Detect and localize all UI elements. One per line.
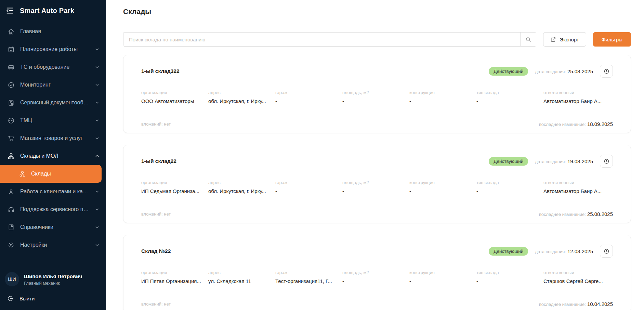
sidebar-subitem-warehouses[interactable]: Склады [0, 165, 102, 183]
created-date: дата создания:12.03.2025 [535, 248, 593, 254]
search-box [123, 32, 536, 47]
sidebar-item-label: Сервисный документообор... [20, 100, 89, 106]
chevron-up-icon [94, 153, 100, 159]
app-title: Smart Auto Park [20, 7, 74, 15]
sidebar-item-references[interactable]: Справочники [0, 218, 106, 236]
chevron-down-icon [94, 100, 100, 105]
headphones-icon [8, 206, 15, 213]
field-organization: организацияООО Автоматизаторы [141, 90, 208, 104]
chevron-down-icon [94, 224, 100, 230]
logout-button[interactable]: Выйти [0, 292, 106, 305]
field-type: тип склада- [476, 270, 543, 284]
export-label: Экспорт [560, 37, 579, 42]
field-organization: организацияИП Пятая Организация... [141, 270, 208, 284]
status-badge: Действующий [489, 67, 528, 76]
attachments-info: вложений: нет [141, 211, 171, 217]
clock-icon [604, 158, 609, 164]
home-icon [8, 28, 15, 35]
sidebar-item-label: Планирование работы [20, 46, 78, 52]
app-root: Smart Auto Park Главная Планирование раб… [0, 0, 644, 310]
menu-fold-icon[interactable] [5, 5, 15, 16]
warehouse-card-body[interactable]: 1-ый склад22 Действующий дата создания:1… [123, 145, 631, 205]
sidebar-item-settings[interactable]: Настройки [0, 236, 106, 254]
field-area: площадь, м2- [342, 180, 409, 194]
sidebar-item-label: Работа с клиентами и качес... [20, 189, 89, 195]
sidebar-item-service-docs[interactable]: Сервисный документообор... [0, 94, 106, 112]
created-date: дата создания:19.08.2025 [535, 158, 593, 164]
filters-label: Фильтры [602, 37, 622, 42]
sidebar-item-planning[interactable]: Планирование работы [0, 40, 106, 58]
warehouse-card-body[interactable]: 1-ый склад322 Действующий дата создания:… [123, 55, 631, 115]
modified-date: последнее изменение:18.09.2025 [539, 121, 613, 127]
field-type: тип склада- [476, 90, 543, 104]
sidebar-item-shop[interactable]: Магазин товаров и услуг [0, 129, 106, 147]
sidebar-item-label: Поддержка сервисного пер... [20, 206, 89, 212]
chevron-down-icon [94, 242, 100, 248]
book-icon [8, 224, 15, 231]
status-badge: Действующий [489, 247, 528, 256]
field-garage: гараж- [275, 180, 342, 194]
field-construction: конструкция- [409, 270, 476, 284]
sidebar-item-label: ТМЦ [20, 117, 32, 124]
service-document-icon [8, 99, 15, 106]
logout-label: Выйти [19, 296, 35, 301]
warehouse-card: 1-ый склад322 Действующий дата создания:… [123, 55, 631, 133]
history-button[interactable] [600, 155, 613, 168]
warehouse-card-footer: вложений: нет последнее изменение:10.04.… [123, 295, 631, 310]
sidebar-item-support[interactable]: Поддержка сервисного пер... [0, 201, 106, 218]
created-date: дата создания:25.08.2025 [535, 68, 593, 74]
sidebar-item-label: Настройки [20, 242, 47, 248]
warehouse-list: 1-ый склад322 Действующий дата создания:… [123, 55, 631, 310]
chevron-down-icon [94, 118, 100, 123]
field-type: тип склада- [476, 180, 543, 194]
history-button[interactable] [600, 65, 613, 78]
sidebar-item-clients[interactable]: Работа с клиентами и качес... [0, 183, 106, 201]
sidebar-footer: ШИ Шипов Илья Петрович Главный механик В… [0, 265, 106, 310]
sidebar-nav: Главная Планирование работы ТС и оборудо… [0, 23, 106, 254]
history-button[interactable] [600, 245, 613, 258]
field-responsible: ответственныйСтаршов Сергей Серге... [543, 270, 613, 284]
cart-icon [8, 135, 15, 142]
sidebar-item-home[interactable]: Главная [0, 23, 106, 40]
warehouse-card: 1-ый склад22 Действующий дата создания:1… [123, 145, 631, 223]
search-button[interactable] [520, 33, 536, 46]
sidebar-item-monitoring[interactable]: Мониторинг [0, 76, 106, 94]
calendar-check-icon [8, 46, 15, 53]
vehicle-icon [8, 64, 15, 71]
gauge-icon [8, 117, 15, 124]
sitemap-icon [8, 153, 15, 160]
person-icon [8, 188, 15, 195]
content: Экспорт Фильтры 1-ый склад322 Действующи… [106, 23, 644, 310]
warehouse-title: 1-ый склад322 [141, 68, 180, 74]
filters-button[interactable]: Фильтры [593, 32, 631, 47]
field-construction: конструкция- [409, 90, 476, 104]
sidebar-item-tmc[interactable]: ТМЦ [0, 112, 106, 129]
field-garage: гараж- [275, 90, 342, 104]
warehouse-card-footer: вложений: нет последнее изменение:25.08.… [123, 205, 631, 223]
sitemap-icon [19, 171, 26, 177]
sidebar-item-vehicles[interactable]: ТС и оборудование [0, 58, 106, 76]
warehouse-title: 1-ый склад22 [141, 158, 176, 164]
monitoring-check-icon [8, 81, 15, 89]
sidebar-item-label: Главная [20, 28, 41, 35]
sidebar: Smart Auto Park Главная Планирование раб… [0, 0, 106, 310]
search-input[interactable] [123, 33, 520, 46]
field-garage: гаражТест-организация11, Г... [275, 270, 342, 284]
avatar: ШИ [5, 272, 19, 286]
sidebar-item-label: Мониторинг [20, 82, 51, 88]
user-info: Шипов Илья Петрович Главный механик [24, 273, 82, 286]
warehouse-card-body[interactable]: Склад №22 Действующий дата создания:12.0… [123, 235, 631, 295]
page-header: Склады [106, 0, 644, 23]
search-icon [525, 36, 531, 43]
user-profile[interactable]: ШИ Шипов Илья Петрович Главный механик [0, 269, 106, 292]
modified-date: последнее изменение:25.08.2025 [539, 211, 613, 217]
sidebar-item-label: Склады и МОЛ [20, 153, 58, 159]
clock-icon [604, 68, 609, 74]
logout-icon [8, 295, 14, 302]
toolbar: Экспорт Фильтры [123, 32, 631, 47]
sidebar-item-label: Справочники [20, 224, 53, 230]
warehouse-title: Склад №22 [141, 248, 171, 254]
page-title: Склады [123, 8, 151, 16]
sidebar-item-warehouses-mol[interactable]: Склады и МОЛ [0, 147, 106, 165]
export-button[interactable]: Экспорт [543, 32, 586, 47]
